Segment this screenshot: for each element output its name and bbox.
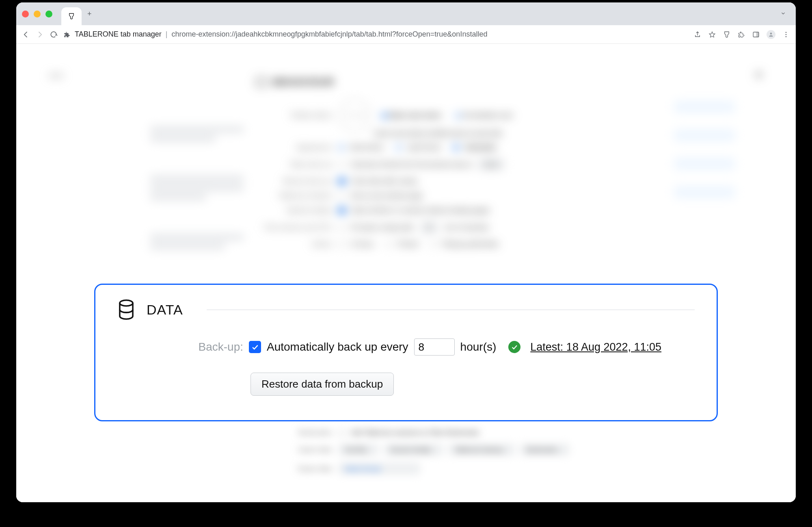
dots-icon: [782, 31, 790, 38]
tablerone-ext-button[interactable]: [723, 30, 731, 39]
svg-rect-1: [756, 32, 759, 37]
svg-point-6: [120, 300, 133, 306]
back-button[interactable]: [22, 30, 30, 39]
browser-toolbar: TABLERONE tab manager | chrome-extension…: [16, 25, 796, 44]
check-icon: [251, 343, 259, 351]
auto-backup-checkbox[interactable]: [249, 341, 261, 353]
bookmark-button[interactable]: [708, 30, 716, 39]
kebab-menu-button[interactable]: [782, 30, 790, 39]
share-icon: [694, 31, 701, 38]
database-icon: [117, 299, 135, 320]
auto-backup-text-before: Automatically back up every: [267, 340, 408, 354]
profile-button[interactable]: [767, 30, 775, 39]
page-content: v13.3 ✕ BEHAVIOUR Toolbar button: ✕ ⟳ € …: [16, 44, 796, 502]
sidepanel-button[interactable]: [752, 30, 760, 39]
backup-hours-input[interactable]: [414, 338, 455, 356]
backup-status-ok: [508, 341, 520, 353]
blurred-settings: v13.3 ✕ BEHAVIOUR Toolbar button: ✕ ⟳ € …: [16, 44, 796, 502]
arrow-right-icon: [36, 30, 44, 39]
tablerone-favicon-icon: [68, 13, 75, 20]
data-section: DATA Back-up: Automatically back up ever…: [94, 284, 718, 421]
chevron-down-icon: [780, 11, 786, 16]
title-url-sep: |: [166, 30, 168, 39]
puzzle-icon: [738, 31, 745, 38]
backup-row: Back-up: Automatically back up every hou…: [117, 338, 695, 356]
reload-button[interactable]: [50, 30, 58, 39]
latest-backup-link[interactable]: Latest: 18 Aug 2022, 11:05: [530, 341, 661, 354]
section-divider: [207, 310, 695, 310]
backup-label: Back-up:: [117, 340, 243, 354]
auto-backup-text-after: hour(s): [460, 340, 497, 354]
check-icon: [511, 343, 518, 351]
address-bar[interactable]: TABLERONE tab manager | chrome-extension…: [63, 30, 688, 39]
new-tab-button[interactable]: +: [82, 10, 97, 18]
version-badge: v13.3: [49, 72, 63, 79]
tab-strip: +: [16, 2, 796, 25]
close-window-button[interactable]: [22, 11, 29, 17]
close-icon: ✕: [754, 68, 763, 82]
tabs-dropdown[interactable]: [780, 11, 790, 17]
page-title-text: TABLERONE tab manager: [75, 30, 162, 39]
tablerone-icon: [723, 31, 730, 38]
blurred-below: Bookmarks:Add Tablerone sessions to Othe…: [256, 422, 715, 475]
person-icon: [768, 32, 774, 37]
section-title: DATA: [147, 302, 183, 318]
toolbar-right: [693, 30, 790, 39]
window-controls: [22, 11, 52, 17]
svg-point-2: [770, 33, 772, 35]
extensions-button[interactable]: [737, 30, 745, 39]
forward-button[interactable]: [36, 30, 44, 39]
panel-icon: [752, 31, 760, 38]
reload-icon: [50, 30, 58, 39]
fullscreen-window-button[interactable]: [45, 11, 52, 17]
svg-point-5: [786, 36, 787, 37]
star-icon: [708, 31, 716, 38]
active-tab[interactable]: [61, 7, 82, 25]
svg-point-4: [786, 34, 787, 35]
extension-icon: [63, 31, 71, 38]
browser-window: + TABLERONE tab manager | chrome-extensi…: [16, 2, 796, 502]
svg-point-3: [786, 32, 787, 33]
url-text: chrome-extension://jadeahkcbkmneogfpgkmb…: [171, 30, 487, 39]
restore-backup-button[interactable]: Restore data from backup: [251, 373, 394, 396]
minimize-window-button[interactable]: [34, 11, 41, 17]
share-button[interactable]: [693, 30, 702, 39]
arrow-left-icon: [22, 30, 30, 39]
